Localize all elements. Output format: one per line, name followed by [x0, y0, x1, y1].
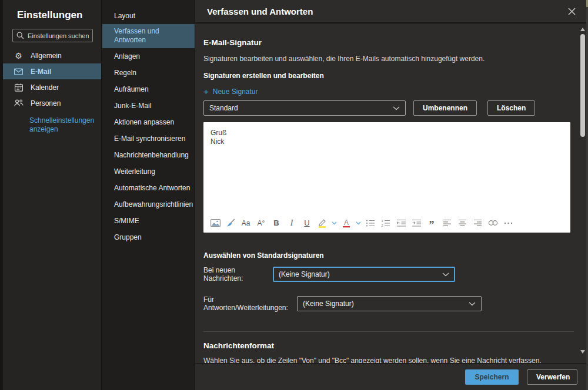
link-icon[interactable]: [485, 216, 500, 230]
font-size-icon[interactable]: A°: [253, 216, 269, 230]
panel-title: Verfassen und Antworten: [207, 6, 313, 16]
panel-content: E-Mail-Signatur Signaturen bearbeiten un…: [195, 25, 580, 363]
mail-icon: [14, 68, 24, 75]
sidebar-item-allgemein[interactable]: ⚙ Allgemein: [0, 48, 101, 63]
align-center-icon[interactable]: [455, 216, 470, 230]
new-signature-button[interactable]: + Neue Signatur: [203, 87, 580, 96]
highlight-chevron-icon[interactable]: [330, 216, 339, 230]
numbered-list-icon[interactable]: 12: [378, 216, 393, 230]
more-icon[interactable]: [500, 216, 516, 230]
indent-icon[interactable]: [409, 216, 424, 230]
category-item[interactable]: Junk-E-Mail: [102, 98, 195, 114]
people-icon: [14, 99, 24, 107]
delete-button[interactable]: Löschen: [487, 100, 535, 116]
category-item[interactable]: Regeln: [102, 65, 195, 81]
settings-search[interactable]: [12, 29, 93, 42]
font-color-icon[interactable]: A: [339, 216, 354, 230]
underline-icon[interactable]: U: [299, 216, 315, 230]
category-list: LayoutVerfassen und AntwortenAnlagenRege…: [102, 0, 195, 390]
signature-description: Signaturen bearbeiten und auswählen, die…: [203, 55, 580, 63]
rename-button[interactable]: Umbenennen: [413, 100, 477, 116]
scrollbar-thumb[interactable]: [580, 34, 585, 137]
signature-subheading: Signaturen erstellen und bearbeiten: [203, 72, 580, 80]
signature-section-heading: E-Mail-Signatur: [203, 38, 580, 47]
outdent-icon[interactable]: [393, 216, 409, 230]
format-painter-icon[interactable]: [223, 216, 238, 230]
category-item[interactable]: Nachrichtenbehandlung: [102, 147, 195, 163]
settings-window: Einstellungen ⚙ Allgemein E-Mail: [0, 0, 588, 390]
settings-sidebar: Einstellungen ⚙ Allgemein E-Mail: [0, 0, 102, 390]
sidebar-item-email[interactable]: E-Mail: [0, 63, 101, 79]
format-description: Wählen Sie aus, ob die Zeilen "Von" und …: [203, 357, 580, 363]
italic-icon[interactable]: I: [284, 216, 299, 230]
settings-panel: Verfassen und Antworten E-Mail-Signatur …: [195, 0, 588, 390]
category-item[interactable]: Aufbewahrungsrichtlinien: [102, 196, 195, 213]
new-messages-select[interactable]: (Keine Signatur): [273, 267, 455, 282]
defaults-section-heading: Auswählen von Standardsignaturen: [203, 251, 580, 260]
scroll-up-icon[interactable]: [580, 28, 585, 31]
section-divider: [203, 331, 574, 332]
sidebar-item-personen[interactable]: Personen: [0, 95, 101, 111]
category-item[interactable]: Aktionen anpassen: [102, 114, 195, 130]
editor-toolbar: AaA°BIUA12”: [208, 215, 566, 231]
settings-title: Einstellungen: [17, 9, 101, 21]
new-messages-row: Bei neuen Nachrichten: (Keine Signatur): [203, 266, 580, 283]
category-item[interactable]: Aufräumen: [102, 81, 195, 98]
category-item[interactable]: S/MIME: [102, 213, 195, 229]
category-item[interactable]: Verfassen und Antworten: [102, 24, 195, 48]
scroll-down-icon[interactable]: [580, 350, 585, 354]
bullet-list-icon[interactable]: [363, 216, 378, 230]
replies-row: Für Antworten/Weiterleitungen: (Keine Si…: [203, 295, 580, 312]
sidebar-item-kalender[interactable]: Kalender: [0, 79, 101, 95]
scrollbar: [580, 25, 586, 363]
search-input[interactable]: [28, 32, 89, 39]
quick-settings-link[interactable]: Schnelleinstellungen anzeigen: [29, 116, 99, 134]
discard-button[interactable]: Verwerfen: [527, 369, 577, 385]
window-left-edge: [0, 0, 3, 390]
chevron-down-icon: [442, 273, 449, 277]
signature-editor-text[interactable]: Gruß Nick: [203, 122, 570, 210]
image-icon[interactable]: [208, 216, 223, 230]
align-left-icon[interactable]: [439, 216, 455, 230]
format-section-heading: Nachrichtenformat: [203, 341, 580, 350]
category-item[interactable]: Layout: [102, 8, 195, 24]
panel-header: Verfassen und Antworten: [195, 0, 588, 23]
replies-select[interactable]: (Keine Signatur): [297, 296, 482, 311]
chevron-down-icon: [393, 106, 400, 110]
category-item[interactable]: Weiterleitung: [102, 163, 195, 180]
signature-line: Gruß: [211, 129, 563, 137]
category-item[interactable]: Anlagen: [102, 48, 195, 65]
bold-icon[interactable]: B: [269, 216, 284, 230]
svg-text:1: 1: [382, 219, 383, 223]
panel-footer: Speichern Verwerfen: [195, 363, 588, 390]
save-button[interactable]: Speichern: [465, 369, 519, 385]
gear-icon: ⚙: [14, 52, 24, 60]
font-color-chevron-icon[interactable]: [354, 216, 363, 230]
close-icon: [568, 8, 576, 15]
highlight-icon[interactable]: [315, 216, 330, 230]
close-button[interactable]: [563, 3, 580, 19]
plus-icon: +: [203, 87, 209, 96]
settings-nav: ⚙ Allgemein E-Mail: [0, 48, 101, 111]
replies-label: Für Antworten/Weiterleitungen:: [203, 295, 297, 312]
svg-text:A: A: [344, 218, 349, 227]
font-icon[interactable]: Aa: [238, 216, 253, 230]
category-item[interactable]: Gruppen: [102, 229, 195, 246]
category-item[interactable]: Automatische Antworten: [102, 180, 195, 196]
signature-select[interactable]: Standard: [203, 100, 406, 116]
new-messages-label: Bei neuen Nachrichten:: [203, 266, 273, 283]
category-item[interactable]: E-Mail synchronisieren: [102, 130, 195, 147]
svg-text:2: 2: [382, 224, 383, 227]
signature-controls-row: Standard Umbenennen Löschen: [203, 100, 580, 116]
signature-line: Nick: [211, 137, 563, 146]
align-right-icon[interactable]: [470, 216, 485, 230]
search-icon: [16, 32, 24, 39]
quote-icon[interactable]: ”: [424, 216, 439, 230]
signature-editor: Gruß Nick AaA°BIUA12”: [203, 122, 570, 233]
chevron-down-icon: [469, 302, 476, 306]
calendar-icon: [14, 83, 24, 92]
